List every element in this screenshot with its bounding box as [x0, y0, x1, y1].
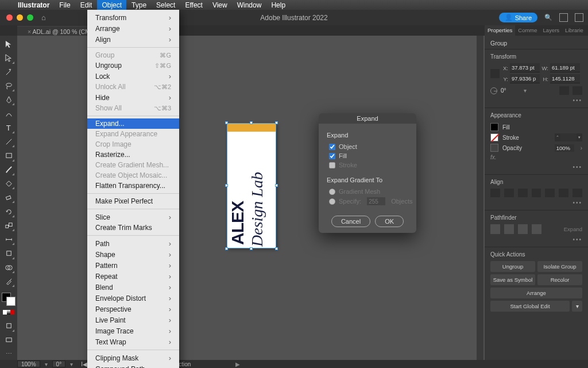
menu-item-repeat[interactable]: Repeat	[87, 271, 179, 282]
menu-item-path[interactable]: Path	[87, 238, 179, 249]
pathfinder-minus-icon[interactable]	[504, 224, 514, 234]
menu-item-ungroup[interactable]: Ungroup⇧⌘G	[87, 60, 179, 71]
menu-select[interactable]: Select	[156, 1, 175, 9]
resize-handle[interactable]	[275, 121, 278, 124]
menu-item-clipping-mask[interactable]: Clipping Mask	[87, 352, 179, 363]
align-hcenter-icon[interactable]	[504, 189, 514, 197]
align-vcenter-icon[interactable]	[545, 189, 555, 197]
menu-item-pattern[interactable]: Pattern	[87, 260, 179, 271]
tab-comments[interactable]: Comme	[515, 25, 540, 36]
pen-tool[interactable]	[2, 94, 15, 106]
expand-fill-checkbox[interactable]	[329, 153, 335, 159]
align-top-icon[interactable]	[532, 189, 541, 197]
align-right-icon[interactable]	[518, 189, 528, 197]
draw-mode[interactable]	[2, 320, 15, 332]
tab-properties[interactable]: Properties	[485, 25, 515, 36]
menu-type[interactable]: Type	[131, 1, 146, 9]
menu-item-blend[interactable]: Blend	[87, 282, 179, 293]
menu-object[interactable]: Object	[97, 0, 126, 11]
fill-swatch[interactable]	[490, 123, 498, 131]
more-options-icon[interactable]: •••	[490, 164, 582, 170]
menu-item-make-pixel-perfect[interactable]: Make Pixel Perfect	[87, 196, 179, 206]
screen-mode[interactable]	[2, 334, 15, 346]
shaper-tool[interactable]	[2, 178, 15, 190]
stroke-swatch[interactable]	[490, 133, 498, 141]
type-tool[interactable]: T	[2, 122, 15, 134]
qa-save-symbol-button[interactable]: Save as Symbol	[490, 274, 535, 285]
share-button[interactable]: 👤Share	[499, 13, 537, 22]
pathfinder-intersect-icon[interactable]	[518, 224, 528, 234]
transform-w[interactable]: 61.189 pt	[550, 63, 580, 72]
menu-item-shape[interactable]: Shape	[87, 249, 179, 260]
more-options-icon[interactable]: •••	[490, 97, 582, 103]
menu-item-slice[interactable]: Slice	[87, 212, 179, 223]
resize-handle[interactable]	[250, 121, 253, 124]
shape-builder-tool[interactable]	[2, 262, 15, 274]
menu-item-lock[interactable]: Lock	[87, 71, 179, 82]
resize-handle[interactable]	[225, 121, 228, 124]
menu-help[interactable]: Help	[271, 1, 285, 9]
tab-libraries[interactable]: Librarie	[562, 25, 586, 36]
align-bottom-icon[interactable]	[559, 189, 568, 197]
menu-item-align[interactable]: Align	[87, 34, 179, 45]
menu-edit[interactable]: Edit	[80, 1, 92, 9]
free-transform-tool[interactable]	[2, 247, 15, 259]
resize-handle[interactable]	[225, 247, 228, 250]
align-left-icon[interactable]	[490, 189, 500, 197]
rotate-dial-icon[interactable]	[490, 87, 497, 94]
menu-effect[interactable]: Effect	[185, 1, 202, 9]
more-options-icon[interactable]: •••	[490, 236, 582, 243]
cancel-button[interactable]: Cancel	[331, 216, 370, 227]
window-close[interactable]	[6, 14, 13, 21]
tab-layers[interactable]: Layers	[540, 25, 563, 36]
rotate-tool[interactable]	[2, 205, 15, 217]
align-to-icon[interactable]	[572, 189, 582, 197]
stroke-weight-input[interactable]	[560, 133, 577, 141]
vertical-scrollbar[interactable]	[477, 36, 483, 360]
opacity-value[interactable]: 100%	[555, 144, 574, 152]
menu-view[interactable]: View	[212, 1, 227, 9]
pathfinder-unite-icon[interactable]	[490, 224, 500, 234]
menu-item-text-wrap[interactable]: Text Wrap	[87, 336, 179, 347]
menu-item-expand[interactable]: Expand...	[87, 118, 179, 129]
expand-object-checkbox[interactable]	[329, 144, 335, 150]
qa-global-edit-button[interactable]: Start Global Edit	[490, 301, 570, 312]
window-minimize[interactable]	[17, 14, 23, 21]
resize-handle[interactable]	[225, 184, 228, 187]
menu-item-perspective[interactable]: Perspective	[87, 304, 179, 315]
flip-vertical-icon[interactable]	[572, 86, 582, 95]
rotate-value[interactable]: 0°	[501, 87, 518, 94]
menu-item-image-trace[interactable]: Image Trace	[87, 325, 179, 336]
menu-item-compound-path[interactable]: Compound Path	[87, 363, 179, 368]
zoom-level[interactable]: 100%	[17, 361, 40, 367]
rectangle-tool[interactable]	[2, 150, 15, 162]
width-tool[interactable]	[2, 233, 15, 246]
status-disclosure[interactable]: ▶	[235, 361, 240, 367]
direct-selection-tool[interactable]	[2, 52, 15, 64]
eyedropper-tool[interactable]	[2, 275, 15, 288]
menu-item-create-trim-marks[interactable]: Create Trim Marks	[87, 223, 179, 233]
flip-horizontal-icon[interactable]	[559, 86, 569, 95]
home-icon[interactable]: ⌂	[41, 13, 46, 22]
qa-recolor-button[interactable]: Recolor	[537, 274, 582, 285]
pathfinder-exclude-icon[interactable]	[532, 224, 541, 234]
qa-isolate-button[interactable]: Isolate Group	[537, 261, 582, 272]
opacity-swatch-icon[interactable]	[490, 144, 498, 152]
resize-handle[interactable]	[275, 184, 278, 187]
menu-item-transform[interactable]: Transform	[87, 12, 179, 23]
fx-label[interactable]: fx.	[490, 154, 497, 160]
transform-y[interactable]: 97.9336 p	[510, 74, 540, 83]
scale-tool[interactable]	[2, 220, 15, 232]
window-zoom[interactable]	[27, 14, 33, 21]
arrange-docs-icon[interactable]	[559, 13, 568, 22]
menu-window[interactable]: Window	[237, 1, 262, 9]
artboard[interactable]: ALEX Design Lab	[227, 123, 276, 248]
edit-toolbar[interactable]: ⋯	[2, 348, 15, 360]
lasso-tool[interactable]	[2, 80, 15, 92]
color-mode-toggle[interactable]	[3, 310, 14, 315]
workspace-icon[interactable]	[575, 13, 583, 22]
menu-item-rasterize[interactable]: Rasterize...	[87, 150, 179, 160]
menu-illustrator[interactable]: Illustrator	[18, 1, 49, 9]
rotation-value[interactable]: 0°	[52, 361, 66, 367]
transform-h[interactable]: 145.1128	[550, 74, 580, 83]
